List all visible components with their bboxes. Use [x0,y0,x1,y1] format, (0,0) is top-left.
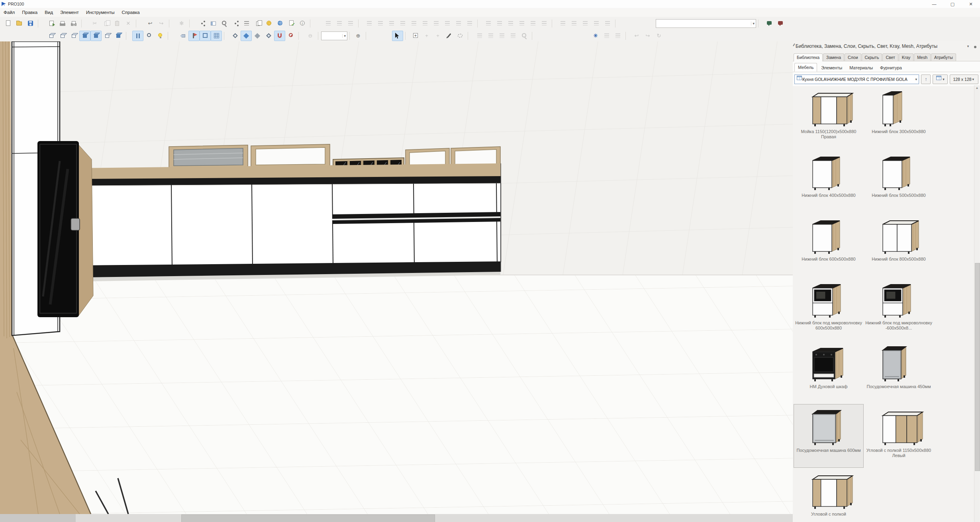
copy-icon[interactable] [100,18,112,29]
view-semi-transparent-icon[interactable] [102,31,113,41]
panel-tab-7[interactable]: Атрибуты [931,53,956,61]
comment-remove-icon[interactable] [775,18,786,29]
export-image-icon[interactable] [601,31,612,41]
menu-item-4[interactable]: Инструменты [82,9,118,16]
hscrollbar-thumb[interactable] [181,514,435,522]
export-icon[interactable] [46,18,57,29]
dimension-chain-icon[interactable] [485,31,496,41]
library-item-8[interactable]: НМ Духовой шкаф [794,340,864,404]
redo-view-icon[interactable]: ↪ [642,31,653,41]
panel-tab-5[interactable]: Kray [899,53,914,61]
rotate-right-icon[interactable] [334,18,345,29]
refresh-icon[interactable]: ↻ [653,31,664,41]
network-icon[interactable] [196,18,208,29]
view-shaded-icon[interactable] [79,31,90,41]
close-button[interactable]: ✕ [962,0,980,8]
panel-scrollbar-thumb[interactable] [975,263,980,471]
rotate-left-icon[interactable] [323,18,334,29]
library-item-1[interactable]: Нижний блок 300х500х880 [864,85,934,149]
documents-icon[interactable] [252,18,263,29]
thumb-size-combobox[interactable]: 128 x 128 ▾ [950,75,979,84]
library-item-2[interactable]: Нижний блок 400х500х880 [794,149,864,213]
library-item-0[interactable]: Мойка 1150(1200)х500х880 Правая [794,85,864,149]
zoom-in-icon[interactable]: ⊕ [353,31,364,41]
panel-subtab-0[interactable]: Мебель [794,63,817,72]
grid-icon[interactable] [211,31,222,41]
view-hidden-line-icon[interactable] [57,31,68,41]
undo-view-icon[interactable]: ↩ [631,31,642,41]
library-item-11[interactable]: Угловой с полкой 1150х500х880 Левый [864,404,934,468]
view-color-line-icon[interactable] [68,31,79,41]
minimize-button[interactable]: — [925,0,943,8]
online-library-icon[interactable] [274,18,286,29]
contour-icon[interactable] [143,31,155,41]
cut-icon[interactable]: ✂ [89,18,100,29]
library-item-9[interactable]: Посудомоечная машина 450мм [864,340,934,404]
ungroup-icon[interactable] [591,18,602,29]
rotate-flip-icon[interactable] [345,18,356,29]
magnet-icon[interactable] [274,31,285,41]
panel-tab-2[interactable]: Слои [845,53,861,61]
menu-item-1[interactable]: Правка [18,9,41,16]
view-shaded-edges-icon[interactable] [90,31,102,41]
add-point-icon[interactable]: + [421,31,432,41]
undo-icon[interactable]: ↩ [145,18,156,29]
align-center-h-icon[interactable] [375,18,386,29]
panel-tab-6[interactable]: Mesh [914,53,931,61]
library-item-5[interactable]: Нижний блок 800х500х880 [864,213,934,277]
dimensions-icon[interactable] [177,31,188,41]
print-preview-icon[interactable] [68,18,79,29]
group-icon[interactable] [580,18,591,29]
projection-icon[interactable] [132,31,143,41]
zoom-search-icon[interactable] [219,18,230,29]
share-nodes-icon[interactable] [230,18,241,29]
panel-subtab-2[interactable]: Материалы [846,64,876,72]
mirror-v-icon[interactable] [568,18,580,29]
library-item-6[interactable]: Нижний блок под микроволновку 600х500х88… [794,277,864,340]
delete-icon[interactable]: ✕ [123,18,134,29]
menu-item-2[interactable]: Вид [41,9,57,16]
draw-icon[interactable] [443,31,455,41]
library-item-4[interactable]: Нижний блок 600х500х880 [794,213,864,277]
price-list-icon[interactable] [263,18,274,29]
measure-icon[interactable] [474,31,485,41]
rotation-center-icon[interactable] [285,31,296,41]
move-up-icon[interactable] [505,18,516,29]
mirror-h-icon[interactable] [557,18,568,29]
panel-menu-caret-icon[interactable]: ▾ [965,43,971,49]
element-name-combobox[interactable]: ▾ [656,19,756,28]
report-icon[interactable] [286,18,297,29]
snap-face-icon[interactable] [252,31,263,41]
paste-icon[interactable] [112,18,123,29]
print-icon[interactable] [57,18,68,29]
floor-plan-icon[interactable] [200,31,211,41]
library-item-12[interactable]: Угловой с полкой [794,468,864,522]
properties-card-icon[interactable] [208,18,219,29]
panel-tab-0[interactable]: Библиотека [794,53,823,61]
view-mode-button[interactable]: ▾ [933,75,947,84]
elevation-icon[interactable] [508,31,519,41]
snap-edge-icon[interactable] [241,31,252,41]
library-item-10-selected[interactable]: Посудомоечная машина 600мм [794,404,864,468]
snap-vertex-icon[interactable] [229,31,241,41]
panel-subtab-3[interactable]: Фурнитура [877,64,905,72]
align-bottom-icon[interactable] [419,18,431,29]
align-right-icon[interactable] [386,18,397,29]
open-folder-icon[interactable] [14,18,25,29]
zoom-out-icon[interactable]: ⊖ [305,31,316,41]
viewport-3d[interactable] [0,41,793,514]
settings-icon[interactable]: ✻ [176,18,187,29]
insert-element-icon[interactable]: + [410,31,421,41]
save-icon[interactable] [25,18,36,29]
distribute-v-icon[interactable] [442,18,453,29]
folder-up-button[interactable]: ↑ [921,75,931,84]
view-realistic-icon[interactable] [113,31,124,41]
menu-item-0[interactable]: Файл [0,9,18,16]
panel-scrollbar[interactable]: ▲ [974,85,980,522]
annotations-icon[interactable] [188,31,200,41]
viewport-hscrollbar[interactable] [0,514,793,522]
library-item-7[interactable]: Нижний блок под микроволновку -600х500х8… [864,277,934,340]
panel-pin-icon[interactable] [972,43,978,49]
panel-subtab-1[interactable]: Элементы [818,64,845,72]
info-icon[interactable]: i [297,18,308,29]
